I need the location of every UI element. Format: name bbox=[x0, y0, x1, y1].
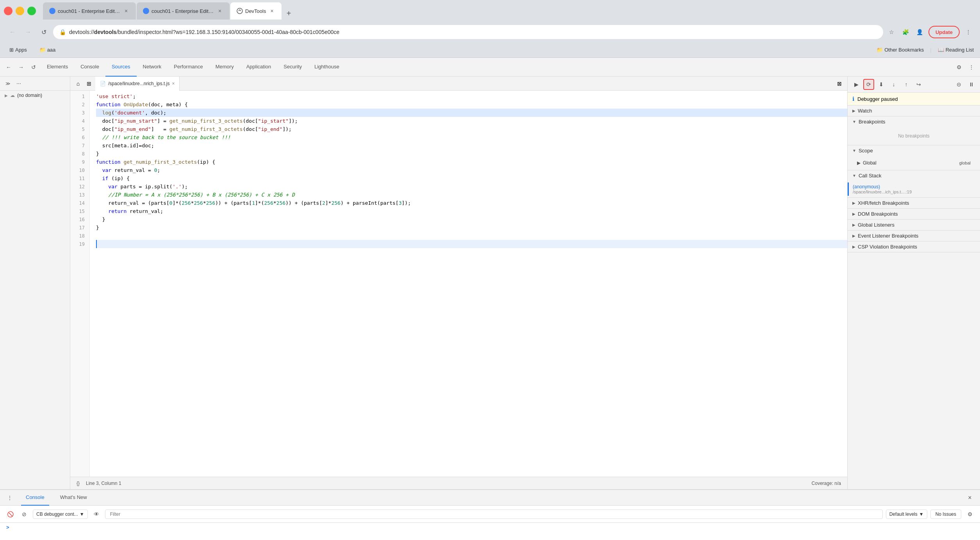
console-context-dropdown-icon: ▼ bbox=[80, 511, 84, 517]
console-close-button[interactable]: × bbox=[964, 492, 975, 503]
debugger-call-stack-header[interactable]: ▼ Call Stack bbox=[848, 170, 980, 181]
console-context-label: CB debugger cont... bbox=[36, 511, 78, 517]
debug-step-button[interactable]: ↪ bbox=[913, 79, 924, 90]
other-bookmarks[interactable]: 📁 Other Bookmarks bbox=[877, 47, 924, 53]
devtools-settings-button[interactable]: ⚙ bbox=[953, 62, 964, 73]
file-tree-expand-button[interactable]: ≫ bbox=[3, 79, 12, 88]
devtools-more-button[interactable]: ⋮ bbox=[966, 62, 977, 73]
address-path: /bundled/inspector.html?ws=192.168.3.150… bbox=[116, 29, 339, 35]
bookmarks-aaa[interactable]: 📁 aaa bbox=[36, 45, 59, 54]
line-num-5: 5 bbox=[70, 125, 89, 133]
debug-resume-button[interactable]: ▶ bbox=[851, 79, 862, 90]
tab-application[interactable]: Application bbox=[240, 58, 278, 77]
bookmark-star-button[interactable]: ☆ bbox=[886, 27, 897, 38]
reading-list[interactable]: 📖 Reading List bbox=[938, 47, 974, 53]
scope-global-item[interactable]: ▶ Global global bbox=[852, 159, 975, 167]
tab-close-3[interactable]: × bbox=[268, 7, 275, 14]
debug-step-into-button[interactable]: ↓ bbox=[888, 79, 899, 90]
console-block-button[interactable]: ⊘ bbox=[19, 509, 30, 520]
bookmarks-apps-label: Apps bbox=[15, 47, 27, 53]
no-domain-label: (no domain) bbox=[17, 93, 42, 98]
code-status-bar: {} Line 3, Column 1 Coverage: n/a bbox=[70, 477, 847, 489]
console-filter-input[interactable] bbox=[105, 510, 883, 519]
debugger-global-listeners-header[interactable]: ▶ Global Listeners bbox=[848, 220, 980, 230]
debug-async-button[interactable]: ⏸ bbox=[966, 79, 977, 90]
tab-close-1[interactable]: × bbox=[123, 7, 130, 14]
call-stack-arrow: ▼ bbox=[852, 173, 856, 178]
tab-network[interactable]: Network bbox=[137, 58, 168, 77]
browser-tab-1[interactable]: couch01 - Enterprise Edition 7 × bbox=[43, 2, 136, 20]
tab-console[interactable]: Console bbox=[74, 58, 105, 77]
debugger-dom-header[interactable]: ▶ DOM Breakpoints bbox=[848, 209, 980, 219]
global-listeners-arrow: ▶ bbox=[852, 223, 855, 227]
debug-step-out-button[interactable]: ↑ bbox=[901, 79, 912, 90]
scope-global-label: Global bbox=[863, 160, 877, 166]
new-tab-button[interactable]: + bbox=[282, 7, 295, 20]
close-sidebar-button[interactable]: ⊠ bbox=[835, 79, 844, 88]
debugger-csp-header[interactable]: ▶ CSP Violation Breakpoints bbox=[848, 241, 980, 252]
global-arrow: ▶ bbox=[857, 160, 861, 166]
tab-close-2[interactable]: × bbox=[216, 7, 223, 14]
window-minimize-button[interactable] bbox=[16, 7, 24, 15]
address-domain: devtools bbox=[94, 29, 117, 35]
console-tab-whats-new[interactable]: What's New bbox=[55, 490, 92, 506]
scope-global-value: global bbox=[959, 161, 971, 165]
tab-performance[interactable]: Performance bbox=[167, 58, 209, 77]
file-tab[interactable]: 📄 /space/linuxbre...nrich_ips.t.js × bbox=[95, 77, 180, 91]
nav-refresh-button[interactable]: ↺ bbox=[37, 26, 50, 38]
browser-tab-2[interactable]: couch01 - Enterprise Edition 7 × bbox=[137, 2, 230, 20]
debugger-scope-header[interactable]: ▼ Scope bbox=[848, 145, 980, 156]
file-tree-no-domain[interactable]: ▶ ☁ (no domain) bbox=[0, 91, 70, 100]
debugger-call-stack-section: ▼ Call Stack (anonymous) /space/linuxbre… bbox=[848, 170, 980, 198]
devtools-refresh-button[interactable]: ↺ bbox=[28, 62, 39, 73]
console-level-selector[interactable]: Default levels ▼ bbox=[886, 510, 927, 519]
console-context-selector[interactable]: CB debugger cont... ▼ bbox=[33, 510, 88, 519]
file-tree-more-button[interactable]: ⋯ bbox=[14, 79, 23, 88]
tab-security[interactable]: Security bbox=[277, 58, 308, 77]
console-issues-button[interactable]: No Issues bbox=[930, 510, 961, 519]
console-settings-button[interactable]: ⚙ bbox=[964, 509, 975, 520]
browser-menu-button[interactable]: ⋮ bbox=[963, 27, 974, 38]
address-bar[interactable]: 🔒 devtools://devtools/bundled/inspector.… bbox=[53, 25, 883, 39]
file-tab-close[interactable]: × bbox=[172, 81, 175, 86]
tab-lighthouse[interactable]: Lighthouse bbox=[308, 58, 346, 77]
window-maximize-button[interactable] bbox=[27, 7, 36, 15]
console-more-btn[interactable]: ⋮ bbox=[5, 493, 15, 502]
line-numbers: 1 2 3 4 5 6 7 8 9 10 11 12 13 bbox=[70, 91, 90, 477]
debug-pause-button[interactable]: ⟳ bbox=[863, 79, 874, 90]
profile-button[interactable]: 👤 bbox=[914, 27, 925, 38]
window-close-button[interactable] bbox=[4, 7, 12, 15]
tab-memory[interactable]: Memory bbox=[209, 58, 240, 77]
code-content[interactable]: 'use strict'; function OnUpdate(doc, met… bbox=[90, 91, 847, 477]
debug-step-over-button[interactable]: ⬇ bbox=[876, 79, 887, 90]
tab-title-2: couch01 - Enterprise Edition 7 bbox=[151, 8, 214, 14]
console-clear-button[interactable]: 🚫 bbox=[5, 509, 16, 520]
debugger-xhr-header[interactable]: ▶ XHR/fetch Breakpoints bbox=[848, 198, 980, 208]
nav-back-button[interactable]: ← bbox=[6, 26, 19, 38]
debugger-watch-header[interactable]: ▶ Watch bbox=[848, 105, 980, 116]
code-area[interactable]: 1 2 3 4 5 6 7 8 9 10 11 12 13 bbox=[70, 91, 847, 477]
application-tab-label: Application bbox=[246, 64, 271, 70]
extensions-button[interactable]: 🧩 bbox=[900, 27, 911, 38]
browser-tab-3[interactable]: DevTools × bbox=[230, 2, 282, 20]
debugger-breakpoints-header[interactable]: ▼ Breakpoints bbox=[848, 116, 980, 127]
line-num-4: 4 bbox=[70, 117, 89, 125]
debug-deactivate-button[interactable]: ⊝ bbox=[953, 79, 964, 90]
svg-point-0 bbox=[237, 8, 242, 14]
tab-elements[interactable]: Elements bbox=[41, 58, 74, 77]
code-format-btn[interactable]: {} bbox=[77, 481, 80, 486]
console-prompt[interactable]: > bbox=[6, 524, 974, 530]
bookmarks-apps[interactable]: ⊞ Apps bbox=[6, 45, 30, 54]
devtools-back-button[interactable]: ← bbox=[3, 62, 14, 73]
file-tab-icon: 📄 bbox=[100, 81, 106, 86]
editor-nav-back-button[interactable]: ⌂ bbox=[73, 79, 83, 88]
console-tab-console[interactable]: Console bbox=[21, 490, 49, 506]
call-stack-item-anonymous[interactable]: (anonymous) /space/linuxbre...ich_ips.t.… bbox=[848, 182, 980, 196]
tab-sources[interactable]: Sources bbox=[105, 58, 137, 77]
devtools-forward-button[interactable]: → bbox=[16, 62, 27, 73]
nav-forward-button[interactable]: → bbox=[22, 26, 34, 38]
editor-grid-button[interactable]: ⊞ bbox=[84, 79, 94, 88]
update-button[interactable]: Update bbox=[928, 26, 960, 38]
console-eye-button[interactable]: 👁 bbox=[91, 509, 102, 520]
debugger-event-listener-header[interactable]: ▶ Event Listener Breakpoints bbox=[848, 231, 980, 241]
